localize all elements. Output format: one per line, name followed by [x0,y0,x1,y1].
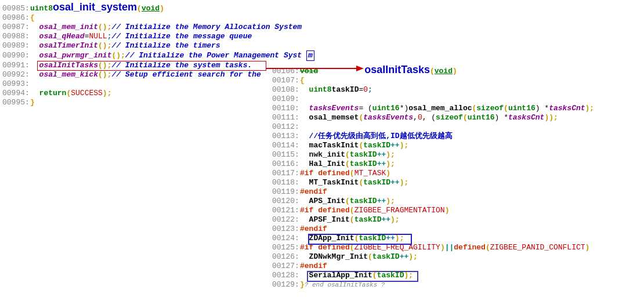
line-number: 00112: [272,122,300,132]
macro: ZIGBEE_PANID_CONFLICT [490,243,585,252]
void-keyword: void [142,4,160,13]
brace: { [30,13,35,23]
paren: (); [98,41,111,50]
comment: // Initialize the timers [111,41,220,50]
sizeof: sizeof [436,113,463,122]
variable: taskID [332,85,359,95]
line-number: 00108: [272,85,300,95]
paren: ( [368,252,372,262]
truncation-marker: m [306,50,314,61]
func-call: ZDNwkMgr_Init [309,252,368,262]
line-number: 00123: [272,224,300,234]
func-call: macTaskInit [309,141,359,150]
paren: ); [408,252,418,262]
paren: ) [440,243,445,252]
return-keyword: return [39,89,67,98]
variable: taskID [372,252,400,262]
comment-cn: //任务优先级由高到低,ID越低优先级越高 [309,132,453,141]
code-diagram: 00985: uint8 osal_init_system( void ) 00… [2,2,644,297]
preproc: #if defined [300,169,350,178]
line-number: 00114: [272,141,300,150]
paren: ( [350,169,354,178]
op: ++ [390,141,400,150]
paren: ); [585,104,595,113]
line-number: 00122: [272,215,300,224]
arrow-icon [266,64,365,73]
line-number: 00116: [272,160,300,169]
variable: tasksEvents [363,113,413,122]
line-number: 00991: [2,61,30,70]
num: 0 [363,85,368,95]
left-code-block: 00985: uint8 osal_init_system( void ) 00… [2,2,314,107]
line-number: 00119: [272,187,300,197]
line-number: 00985: [2,4,30,13]
paren: (); [98,23,111,32]
func-call: APSF_Init [309,215,350,224]
variable: taskID [363,178,390,187]
line-number: 00120: [272,197,300,206]
func-call: nwk_init [309,150,345,160]
right-code-block: 00106: void osalInitTasks( void ) 00107:… [272,65,594,289]
paren: ( [350,215,354,224]
line-number: 00129: [272,280,300,289]
cast: *) [400,104,409,113]
paren: ( [359,113,363,122]
paren: ( [345,150,350,160]
type: uint16 [468,113,495,122]
comment: // Initialize the message queue [111,32,252,41]
constant: SUCCESS [71,89,103,98]
equals: = [85,32,89,41]
paren: ); [386,197,395,206]
null-literal: NULL [89,32,107,41]
func-call: osal_pwrmgr_init [39,51,112,60]
paren: ( [472,104,476,113]
func-call: MT_TaskInit [309,178,359,187]
type-keyword: uint8 [30,4,53,13]
paren: ( [137,4,142,13]
line-number: 00115: [272,150,300,160]
line-number: 00992: [2,70,30,79]
macro: ZIGBEE_FRAGMENTATION [354,206,445,215]
variable: taskID [363,141,390,150]
red-highlight-box [37,61,266,71]
line-number: 00995: [2,98,30,107]
variable: tasksCnt [549,104,585,113]
variable: tasksEvents [309,104,359,113]
line-number: 00127: [272,262,300,271]
paren: ( [345,197,350,206]
line-number: 00126: [272,252,300,262]
op: ++ [381,215,390,224]
line-number: 00128: [272,271,300,280]
variable: osal_qHead [39,32,85,41]
macro: MT_TASK [354,169,386,178]
paren: (); [98,70,111,79]
function-name-big: osal_init_system [53,2,137,12]
paren: ( [359,141,363,150]
sizeof: sizeof [476,104,504,113]
op: ++ [377,160,386,169]
line-number: 00988: [2,32,30,41]
brace: { [300,76,305,85]
paren: ); [386,150,395,160]
op: ++ [400,252,409,262]
paren: ) [445,206,450,215]
variable: tasksCnt [508,113,544,122]
func-call: osal_mem_init [39,23,98,32]
variable: taskID [350,150,377,160]
op: ++ [390,178,400,187]
line-number: 00987: [2,23,30,32]
op: ++ [377,197,386,206]
line-number: 00121: [272,206,300,215]
svg-marker-1 [356,66,364,71]
paren: ( [504,104,508,113]
op: ++ [377,150,386,160]
paren: ); [400,141,409,150]
line-number: 00993: [2,79,30,89]
paren: ) [160,4,164,13]
paren: ( [350,206,354,215]
variable: taskID [350,197,377,206]
paren: ( [486,243,490,252]
eq: = [359,85,363,95]
paren: )); [544,113,558,122]
line-number: 00989: [2,41,30,50]
